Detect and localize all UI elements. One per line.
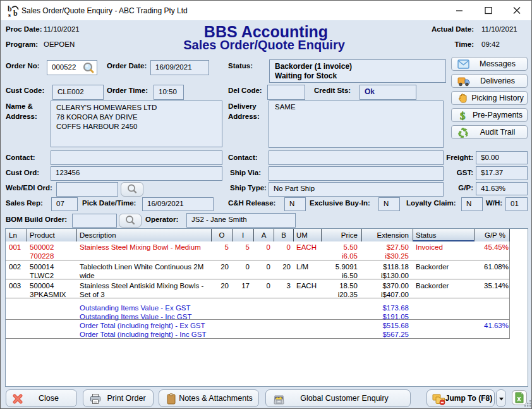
svg-text:b: b bbox=[13, 9, 18, 18]
svg-text:s: s bbox=[8, 11, 11, 18]
svg-text:$: $ bbox=[460, 110, 466, 121]
